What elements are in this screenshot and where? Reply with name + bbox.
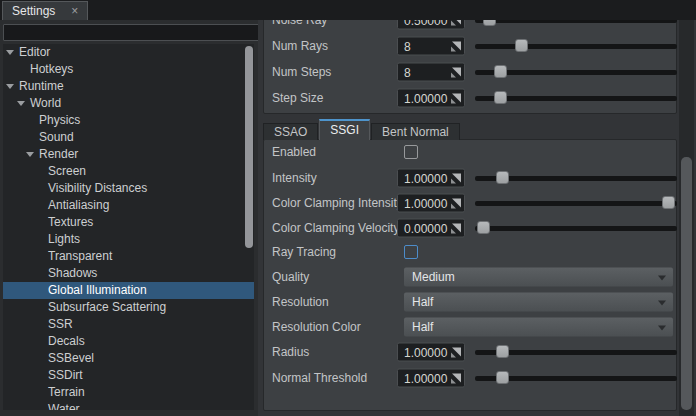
tree-item-label: Sound	[39, 130, 74, 144]
drag-value-icon[interactable]	[451, 67, 461, 77]
row-noise-ray: Noise Ray0.50000	[263, 20, 675, 32]
drag-value-icon[interactable]	[451, 20, 461, 25]
quality-dropdown[interactable]: Medium	[404, 268, 673, 287]
drag-value-icon[interactable]	[451, 41, 461, 51]
tree-item-antialiasing[interactable]: Antialiasing	[3, 197, 254, 214]
step-size-value-field[interactable]: 1.00000	[397, 89, 465, 108]
intensity-slider[interactable]	[475, 171, 677, 185]
slider-handle[interactable]	[483, 20, 496, 26]
row-resolution-color: Resolution ColorHalf	[263, 315, 675, 339]
close-icon[interactable]: ×	[71, 5, 78, 17]
slider-handle[interactable]	[496, 171, 509, 184]
tree-item-sound[interactable]: Sound	[3, 129, 254, 146]
field-label: Radius	[272, 345, 309, 359]
slider-handle[interactable]	[494, 91, 507, 104]
tree-item-label: World	[30, 96, 61, 110]
slider-track[interactable]	[475, 44, 677, 49]
slider-handle[interactable]	[494, 65, 507, 78]
row-resolution: ResolutionHalf	[263, 290, 675, 314]
enabled-checkbox[interactable]	[404, 145, 418, 159]
tree-item-physics[interactable]: Physics	[3, 112, 254, 129]
panel-scrollbar-thumb[interactable]	[681, 157, 692, 410]
num-steps-slider[interactable]	[475, 65, 677, 79]
tab-bent-normal[interactable]: Bent Normal	[371, 123, 460, 140]
drag-value-icon[interactable]	[451, 198, 461, 208]
noise-ray-value-field[interactable]: 0.50000	[397, 20, 465, 30]
tree-item-label: Visibility Distances	[48, 181, 147, 195]
resolution-color-dropdown[interactable]: Half	[404, 318, 673, 337]
tree-item-visibility-distances[interactable]: Visibility Distances	[3, 180, 254, 197]
tree-item-terrain[interactable]: Terrain	[3, 384, 254, 401]
tree-scrollbar-thumb[interactable]	[245, 46, 253, 248]
tree-item-editor[interactable]: Editor	[3, 44, 254, 61]
slider-track[interactable]	[475, 226, 677, 231]
tree-item-label: Physics	[39, 113, 80, 127]
tree-item-ssdirt[interactable]: SSDirt	[3, 367, 254, 384]
ray-tracing-checkbox[interactable]	[404, 245, 418, 259]
color-clamping-velocity-value-field[interactable]: 0.00000	[397, 219, 465, 238]
slider-track[interactable]	[475, 201, 677, 206]
tree-item-runtime[interactable]: Runtime	[3, 78, 254, 95]
slider-handle[interactable]	[515, 39, 528, 52]
field-value: 1.00000	[404, 371, 451, 385]
tree-item-decals[interactable]: Decals	[3, 333, 254, 350]
resolution-dropdown[interactable]: Half	[404, 293, 673, 312]
drag-value-icon[interactable]	[451, 347, 461, 357]
tree-item-ssr[interactable]: SSR	[3, 316, 254, 333]
chevron-down-icon[interactable]	[26, 152, 34, 157]
noise-ray-slider[interactable]	[475, 20, 677, 27]
field-label: Ray Tracing	[272, 245, 336, 259]
slider-handle[interactable]	[662, 196, 675, 209]
field-value: 1.00000	[404, 91, 451, 105]
normal-threshold-slider[interactable]	[475, 371, 677, 385]
slider-handle[interactable]	[496, 345, 509, 358]
row-normal-threshold: Normal Threshold1.00000	[263, 366, 675, 390]
window-tab-settings[interactable]: Settings ×	[2, 1, 88, 20]
tree-item-water[interactable]: Water	[3, 401, 254, 410]
search-input[interactable]	[3, 24, 260, 41]
color-clamping-intensity-value-field[interactable]: 1.00000	[397, 194, 465, 213]
intensity-value-field[interactable]: 1.00000	[397, 169, 465, 188]
drag-value-icon[interactable]	[451, 173, 461, 183]
chevron-down-icon[interactable]	[6, 50, 14, 55]
radius-slider[interactable]	[475, 345, 677, 359]
tab-ssao[interactable]: SSAO	[263, 123, 318, 140]
tree-item-textures[interactable]: Textures	[3, 214, 254, 231]
tree-item-lights[interactable]: Lights	[3, 231, 254, 248]
num-rays-value-field[interactable]: 8	[397, 37, 465, 56]
panel-scrollbar-track[interactable]	[679, 20, 694, 416]
drag-value-icon[interactable]	[451, 373, 461, 383]
tab-ssgi[interactable]: SSGI	[319, 119, 370, 140]
color-clamping-velocity-slider[interactable]	[475, 221, 677, 235]
chevron-down-icon[interactable]	[6, 84, 14, 89]
num-rays-slider[interactable]	[475, 39, 677, 53]
tree-item-shadows[interactable]: Shadows	[3, 265, 254, 282]
tree-item-label: Hotkeys	[30, 62, 73, 76]
slider-handle[interactable]	[496, 371, 509, 384]
tree-item-subsurface-scattering[interactable]: Subsurface Scattering	[3, 299, 254, 316]
radius-value-field[interactable]: 1.00000	[397, 343, 465, 362]
tree-item-hotkeys[interactable]: Hotkeys	[3, 61, 254, 78]
row-radius: Radius1.00000	[263, 340, 675, 364]
chevron-down-icon[interactable]	[17, 101, 25, 106]
field-label: Color Clamping Intensity	[272, 196, 403, 210]
tree-item-world[interactable]: World	[3, 95, 254, 112]
tree-item-transparent[interactable]: Transparent	[3, 248, 254, 265]
color-clamping-intensity-slider[interactable]	[475, 196, 677, 210]
tree-item-global-illumination[interactable]: Global Illumination	[3, 282, 254, 299]
num-steps-value-field[interactable]: 8	[397, 63, 465, 82]
tree-item-screen[interactable]: Screen	[3, 163, 254, 180]
tree-item-render[interactable]: Render	[3, 146, 254, 163]
drag-value-icon[interactable]	[451, 223, 461, 233]
normal-threshold-value-field[interactable]: 1.00000	[397, 369, 465, 388]
slider-handle[interactable]	[477, 221, 490, 234]
slider-track[interactable]	[475, 20, 677, 23]
tree-item-ssbevel[interactable]: SSBevel	[3, 350, 254, 367]
settings-tree[interactable]: EditorHotkeysRuntimeWorldPhysicsSoundRen…	[3, 44, 254, 410]
tree-item-label: Subsurface Scattering	[48, 300, 166, 314]
step-size-slider[interactable]	[475, 91, 677, 105]
drag-value-icon[interactable]	[451, 93, 461, 103]
field-value: 8	[404, 39, 451, 53]
window-tab-bar: Settings ×	[0, 0, 696, 20]
field-value: 1.00000	[404, 196, 451, 210]
